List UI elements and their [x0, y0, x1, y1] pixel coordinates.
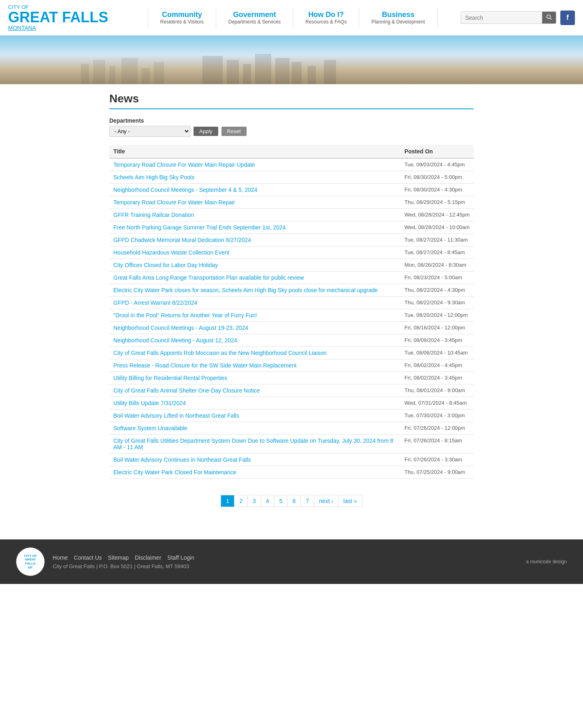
page-number-5[interactable]: 5: [274, 495, 288, 507]
filter-section: Departments - Any - Apply Reset: [109, 117, 474, 137]
footer-link-disclaimer[interactable]: Disclaimer: [135, 554, 161, 561]
footer-link-staff-login[interactable]: Staff Login: [167, 554, 194, 561]
nav-business-title: Business: [382, 11, 414, 19]
news-link[interactable]: Electric City Water Park closes for seas…: [113, 287, 378, 293]
news-link[interactable]: Great Falls Area Long Range Transportati…: [113, 274, 304, 281]
svg-rect-11: [255, 54, 271, 84]
svg-rect-8: [202, 56, 223, 84]
news-date: Wed, 07/31/2024 - 8:45am: [400, 397, 474, 410]
search-input[interactable]: [461, 12, 542, 23]
news-link[interactable]: City of Great Falls Animal Shelter One-D…: [113, 387, 260, 394]
table-row: GFFR Training Railcar Donation Wed, 08/2…: [109, 209, 474, 221]
news-link[interactable]: GFPD - Arrest Warrant 8/22/2024: [113, 299, 197, 306]
table-row: Scheels Aim High Big Sky Pools Fri, 08/3…: [109, 171, 474, 184]
table-row: Boil Water Advisory Continues in Northea…: [109, 454, 474, 466]
table-row: Great Falls Area Long Range Transportati…: [109, 272, 474, 284]
page-number-7[interactable]: 7: [301, 495, 314, 507]
site-footer: CITY OFGREATFALLSMT HomeContact UsSitema…: [0, 539, 583, 584]
news-date: Wed, 08/28/2024 - 12:45pm: [400, 209, 474, 221]
page-title: News: [109, 92, 474, 109]
news-link[interactable]: Scheels Aim High Big Sky Pools: [113, 174, 194, 180]
nav-how-do-i[interactable]: How Do I? Resources & FAQs: [293, 7, 359, 28]
news-date: Thu, 08/22/2024 - 9:30am: [400, 297, 474, 309]
svg-rect-14: [308, 66, 316, 84]
news-link[interactable]: Electric City Water Park Closed For Main…: [113, 469, 236, 475]
news-link[interactable]: Free North Parking Garage Summer Trial E…: [113, 224, 286, 231]
footer-credit: a municode design: [526, 559, 567, 565]
news-date: Tue, 08/06/2024 - 10:45am: [400, 347, 474, 359]
footer-links: HomeContact UsSitemapDisclaimerStaff Log…: [53, 554, 194, 569]
table-row: Temporary Road Closure For Water Main Re…: [109, 196, 474, 209]
page-number-3[interactable]: 3: [248, 495, 261, 507]
table-row: Electric City Water Park closes for seas…: [109, 284, 474, 297]
search-button[interactable]: [542, 12, 556, 23]
news-date: Mon, 08/26/2024 - 8:30am: [400, 259, 474, 272]
news-date: Fri, 07/26/2024 - 12:00pm: [400, 422, 474, 435]
news-date: Tue, 08/20/2024 - 12:00pm: [400, 309, 474, 322]
page-number-6[interactable]: 6: [287, 495, 301, 507]
table-row: Neighborhood Council Meeting - August 12…: [109, 334, 474, 347]
table-row: Utility Billing for Residential Rental P…: [109, 372, 474, 384]
footer-link-contact-us[interactable]: Contact Us: [74, 554, 102, 561]
news-link[interactable]: Boil Water Advisory Lifted in Northeast …: [113, 412, 239, 419]
news-link[interactable]: GFFR Training Railcar Donation: [113, 212, 194, 218]
table-row: Utility Bills Update 7/31/2024 Wed, 07/3…: [109, 397, 474, 410]
nav-howdoi-sub: Resources & FAQs: [305, 19, 347, 25]
footer-logo[interactable]: CITY OFGREATFALLSMT: [16, 548, 45, 576]
facebook-icon[interactable]: f: [560, 11, 575, 25]
news-link[interactable]: Utility Bills Update 7/31/2024: [113, 400, 186, 406]
news-link[interactable]: City Offices Closed for Labor Day Holida…: [113, 262, 218, 268]
footer-link-sitemap[interactable]: Sitemap: [108, 554, 129, 561]
table-row: GFPD - Arrest Warrant 8/22/2024 Thu, 08/…: [109, 297, 474, 309]
news-link[interactable]: GFPD Chadwick Memorial Mural Dedication …: [113, 237, 251, 243]
news-link[interactable]: City of Great Falls Utilities Department…: [113, 437, 394, 450]
svg-rect-15: [324, 60, 336, 84]
pagination-last[interactable]: last »: [338, 495, 362, 507]
skyline-svg: [0, 52, 583, 84]
news-link[interactable]: Neighborhood Council Meeting - August 12…: [113, 337, 237, 344]
svg-rect-10: [243, 64, 251, 84]
table-row: City of Great Falls Appoints Rob Moccasi…: [109, 347, 474, 359]
page-number-2[interactable]: 2: [234, 495, 248, 507]
table-row: Boil Water Advisory Lifted in Northeast …: [109, 410, 474, 422]
news-link[interactable]: Neighborhood Council Meetings - Septembe…: [113, 187, 257, 193]
table-row: GFPD Chadwick Memorial Mural Dedication …: [109, 234, 474, 246]
table-row: Electric City Water Park Closed For Main…: [109, 466, 474, 479]
news-link[interactable]: Neighborhood Council Meetings - August 1…: [113, 325, 248, 331]
pagination-next[interactable]: next ›: [314, 495, 338, 507]
page-number-1[interactable]: 1: [221, 495, 234, 507]
news-link[interactable]: "Drool in the Pool" Returns for Another …: [113, 312, 257, 318]
nav-community-title: Community: [162, 11, 202, 19]
reset-button[interactable]: Reset: [221, 127, 247, 136]
nav-government[interactable]: Government Departments & Services: [216, 7, 293, 28]
table-row: Press Release - Road Closure for the SW …: [109, 359, 474, 372]
news-link[interactable]: Boil Water Advisory Continues in Northea…: [113, 456, 251, 463]
news-link[interactable]: Temporary Road Closure For Water Main Re…: [113, 199, 235, 206]
apply-button[interactable]: Apply: [194, 127, 218, 136]
news-link[interactable]: Software System Unavailable: [113, 425, 187, 431]
news-link[interactable]: City of Great Falls Appoints Rob Moccasi…: [113, 350, 327, 356]
news-date: Tue, 09/03/2024 - 4:45pm: [400, 158, 474, 171]
footer-address: City of Great Falls | P.O. Box 5021 | Gr…: [53, 563, 194, 569]
news-link[interactable]: Temporary Road Closure For Water Main Re…: [113, 161, 255, 168]
svg-line-1: [550, 18, 552, 20]
page-number-4[interactable]: 4: [261, 495, 274, 507]
footer-link-home[interactable]: Home: [53, 554, 68, 561]
table-row: Household Hazardous Waste Collection Eve…: [109, 246, 474, 259]
news-link[interactable]: Press Release - Road Closure for the SW …: [113, 362, 296, 369]
news-date: Fri, 08/30/2024 - 4:30pm: [400, 184, 474, 196]
footer-logo-text: CITY OFGREATFALLSMT: [24, 554, 36, 569]
news-date: Fri, 07/26/2024 - 3:30am: [400, 454, 474, 466]
nav-business[interactable]: Business Planning & Development: [359, 7, 437, 28]
table-row: Neighborhood Council Meetings - August 1…: [109, 322, 474, 334]
nav-community[interactable]: Community Residents & Visitors: [148, 7, 216, 28]
news-link[interactable]: Utility Billing for Residential Rental P…: [113, 375, 227, 381]
logo-state: MONTANA: [8, 25, 108, 31]
nav-government-sub: Departments & Services: [228, 19, 281, 25]
svg-rect-7: [154, 62, 164, 84]
department-select[interactable]: - Any -: [109, 126, 190, 137]
svg-rect-5: [121, 58, 138, 84]
news-date: Fri, 08/30/2024 - 5:00pm: [400, 171, 474, 184]
site-logo[interactable]: CITY OF GREAT FALLS MONTANA: [8, 4, 108, 31]
news-link[interactable]: Household Hazardous Waste Collection Eve…: [113, 249, 230, 256]
